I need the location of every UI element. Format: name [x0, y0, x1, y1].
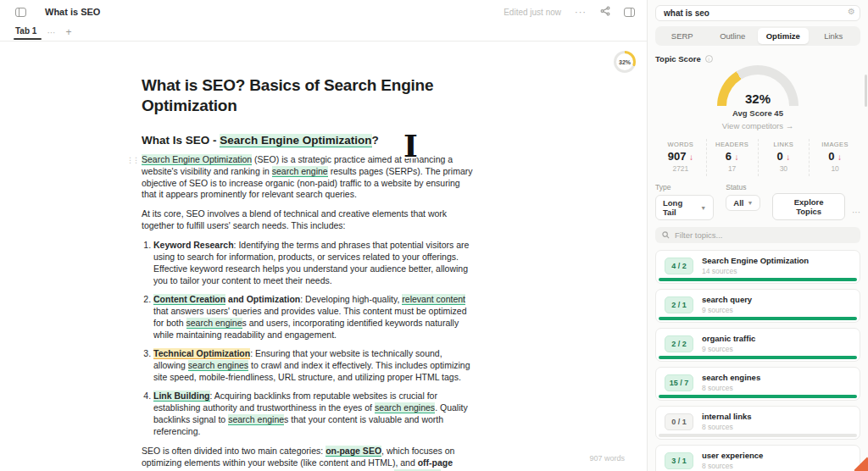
panel-scrollbar[interactable]: [865, 75, 867, 107]
topic-name: organic traffic: [702, 334, 755, 343]
topic-name: Search Engine Optimization: [702, 256, 809, 265]
topic-sources: 8 sources: [702, 384, 760, 392]
filter-topics-input[interactable]: [675, 230, 854, 240]
gear-icon[interactable]: ⚙: [848, 7, 855, 16]
query-search-input[interactable]: [655, 5, 860, 21]
topic-name: search engines: [702, 373, 760, 382]
explore-topics-button[interactable]: Explore Topics: [772, 193, 845, 220]
stat-headers: HEADERS 6 ↓ 17: [706, 139, 758, 176]
topic-score-gauge: 32% Avg Score 45 View competitors →: [655, 65, 860, 130]
list-item[interactable]: Technical Optimization: Ensuring that yo…: [153, 348, 474, 384]
editor-topbar: What is SEO Edited just now ···: [0, 0, 647, 24]
tab-optimize[interactable]: Optimize: [758, 28, 809, 44]
topic-card[interactable]: 0 / 1 internal links 8 sources: [655, 406, 860, 440]
topic-card[interactable]: 2 / 1 search query 9 sources: [655, 289, 860, 323]
app-window: What is SEO Edited just now ··· Tab 1 ··…: [0, 0, 868, 471]
tab-links[interactable]: Links: [809, 28, 860, 44]
topic-sources: 8 sources: [702, 462, 763, 470]
view-competitors-link[interactable]: View competitors →: [655, 121, 860, 130]
topic-name: internal links: [702, 412, 752, 421]
topic-count-badge: 0 / 1: [665, 413, 693, 430]
list-item[interactable]: Content Creation and Optimization: Devel…: [153, 294, 474, 341]
chevron-down-icon: ▼: [700, 205, 706, 211]
down-arrow-icon: ↓: [689, 152, 693, 162]
tab-menu-icon[interactable]: ···: [47, 28, 55, 37]
editor-canvas[interactable]: 32% What is SEO? Basics of Search Engine…: [0, 42, 647, 471]
topic-count-badge: 2 / 1: [665, 296, 693, 313]
topic-count-badge: 2 / 2: [665, 335, 693, 352]
topic-name: search query: [702, 295, 752, 304]
topic-progress-bar: [659, 395, 857, 398]
doc-paragraph[interactable]: At its core, SEO involves a blend of tec…: [142, 208, 474, 232]
tab-bar: Tab 1 ··· +: [0, 24, 647, 42]
topic-card[interactable]: 3 / 1 user experience 8 sources: [655, 445, 860, 471]
filter-topics-box[interactable]: [655, 227, 860, 243]
list-item[interactable]: Keyword Research: Identifying the terms …: [153, 240, 474, 287]
edited-status: Edited just now: [504, 8, 561, 17]
doc-numbered-list: Keyword Research: Identifying the terms …: [153, 240, 474, 437]
stat-words: WORDS 907 ↓ 2721: [655, 139, 706, 176]
tab-1[interactable]: Tab 1: [15, 26, 36, 39]
document-menu-button[interactable]: ···: [575, 7, 587, 17]
avg-score: Avg Score 45: [655, 108, 860, 118]
editor-region: What is SEO Edited just now ··· Tab 1 ··…: [0, 0, 648, 471]
document-body: What is SEO? Basics of Search Engine Opt…: [142, 75, 474, 471]
topic-card[interactable]: 4 / 2 Search Engine Optimization 14 sour…: [655, 250, 860, 284]
topic-sources: 8 sources: [702, 423, 752, 431]
tab-serp[interactable]: SERP: [657, 28, 708, 44]
tab-outline[interactable]: Outline: [708, 28, 759, 44]
topic-progress-bar: [659, 317, 857, 320]
stat-images: IMAGES 0 ↓ 10: [809, 139, 860, 176]
content-stats: WORDS 907 ↓ 2721 HEADERS 6 ↓ 17 LINKS 0 …: [655, 139, 860, 176]
doc-heading-1[interactable]: What is SEO? Basics of Search Engine Opt…: [142, 75, 474, 117]
doc-heading-2[interactable]: What Is SEO - Search Engine Optimization…: [142, 134, 474, 147]
chevron-down-icon: ▼: [747, 200, 753, 206]
topic-progress-bar: [659, 434, 857, 437]
doc-paragraph[interactable]: Search Engine Optimization (SEO) is a st…: [142, 154, 474, 202]
status-label: Status: [726, 183, 760, 191]
document-title: What is SEO: [45, 7, 100, 17]
topic-sources: 9 sources: [702, 345, 755, 353]
sidebar-toggle-icon[interactable]: [15, 8, 26, 17]
topic-score-value: 32%: [717, 91, 798, 106]
drag-handle-icon[interactable]: ⋮⋮: [126, 156, 138, 164]
topic-sources: 14 sources: [702, 267, 809, 275]
topic-name: user experience: [702, 451, 763, 460]
topics-list: 4 / 2 Search Engine Optimization 14 sour…: [655, 250, 860, 471]
topic-count-badge: 15 / 7: [665, 374, 693, 391]
list-item[interactable]: Link Building: Acquiring backlinks from …: [153, 391, 474, 438]
topic-progress-bar: [659, 356, 857, 359]
topic-card[interactable]: 2 / 2 organic traffic 9 sources: [655, 328, 860, 362]
doc-paragraph[interactable]: SEO is often divided into two main categ…: [142, 446, 474, 471]
topic-score-label: Topic Score: [655, 54, 701, 64]
status-dropdown[interactable]: All▼: [726, 195, 760, 211]
word-count: 907 words: [589, 454, 625, 463]
topic-sources: 9 sources: [702, 306, 752, 314]
topic-progress-bar: [659, 278, 857, 281]
panel-tabs: SERP Outline Optimize Links: [655, 26, 860, 46]
down-arrow-icon: ↓: [786, 152, 790, 162]
topic-card[interactable]: 15 / 7 search engines 8 sources: [655, 367, 860, 401]
topic-count-badge: 3 / 1: [665, 452, 693, 469]
topics-menu-button[interactable]: ···: [852, 208, 860, 220]
type-label: Type: [655, 183, 714, 191]
stat-links: LINKS 0 ↓ 30: [758, 139, 810, 176]
share-icon[interactable]: [600, 4, 610, 19]
search-icon: [662, 231, 670, 239]
type-dropdown[interactable]: Long Tail▼: [655, 195, 714, 220]
down-arrow-icon: ↓: [837, 152, 842, 162]
add-tab-button[interactable]: +: [65, 26, 71, 38]
panel-toggle-icon[interactable]: [624, 8, 635, 17]
optimize-panel: ⚙ SERP Outline Optimize Links Topic Scor…: [648, 0, 868, 471]
down-arrow-icon: ↓: [735, 152, 739, 162]
info-icon[interactable]: i: [705, 55, 713, 63]
doc-score-badge[interactable]: 32%: [614, 51, 636, 73]
topic-count-badge: 4 / 2: [665, 258, 693, 274]
